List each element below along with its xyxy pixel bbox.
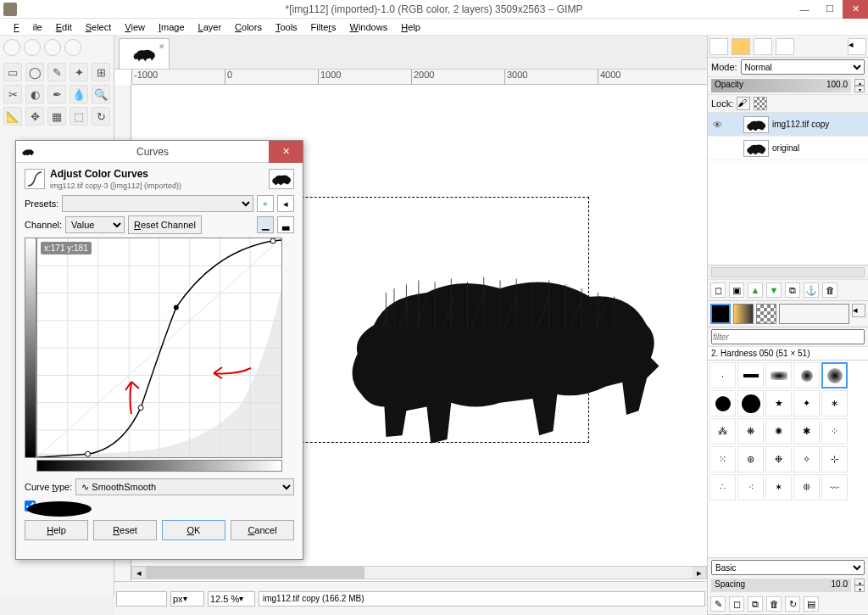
dialog-titlebar[interactable]: Curves ✕ bbox=[16, 141, 303, 163]
menu-image[interactable]: Image bbox=[152, 20, 192, 34]
tool-crop[interactable]: ⬚ bbox=[70, 107, 88, 126]
close-button[interactable]: ✕ bbox=[843, 0, 868, 19]
dialog-close-button[interactable]: ✕ bbox=[269, 141, 303, 163]
channel-dropdown[interactable]: Value bbox=[65, 216, 125, 233]
dialog-image-thumb[interactable] bbox=[269, 169, 294, 189]
tool-wand-select[interactable]: ⊞ bbox=[92, 63, 110, 81]
layer-row[interactable]: 👁 img112.tif copy bbox=[708, 113, 868, 137]
brush-cell[interactable]: ⊛ bbox=[737, 446, 764, 472]
layer-down-icon[interactable]: ▼ bbox=[766, 282, 782, 298]
brush-cell[interactable]: ⊹ bbox=[821, 446, 848, 472]
image-tab[interactable]: ✕ bbox=[119, 38, 170, 69]
tool-zoom[interactable]: 🔍 bbox=[92, 85, 110, 103]
layers-hscroll[interactable] bbox=[708, 266, 868, 280]
canvas-hscrollbar[interactable]: ◂ ▸ bbox=[131, 566, 707, 579]
spacing-slider[interactable]: Spacing 10.0 bbox=[711, 579, 851, 592]
scroll-right-icon[interactable]: ▸ bbox=[693, 567, 706, 579]
brush-cell[interactable]: ✱ bbox=[793, 418, 820, 444]
preset-menu-icon[interactable]: ◂ bbox=[277, 195, 294, 212]
tool-paths[interactable]: ✒ bbox=[47, 85, 66, 103]
brush-cell[interactable]: ✶ bbox=[765, 474, 792, 500]
reset-channel-button[interactable]: Reset Channel bbox=[128, 215, 202, 234]
brush-new-icon[interactable]: ◻ bbox=[729, 596, 744, 612]
brush-panel-menu-icon[interactable]: ◂ bbox=[852, 304, 865, 317]
duplicate-layer-icon[interactable]: ⧉ bbox=[785, 282, 800, 298]
panel-menu-icon[interactable]: ◂ bbox=[848, 38, 866, 55]
brush-open-icon[interactable]: ▤ bbox=[804, 596, 819, 612]
brush-cell[interactable]: ⁖ bbox=[737, 474, 764, 500]
brush-cell[interactable]: ∴ bbox=[709, 474, 736, 500]
brush-preview-icon[interactable] bbox=[710, 304, 731, 324]
pattern-preview-icon[interactable] bbox=[756, 304, 776, 324]
cancel-button[interactable]: Cancel bbox=[231, 520, 294, 540]
menu-file[interactable]: File bbox=[7, 20, 49, 34]
brush-cell[interactable] bbox=[821, 362, 848, 389]
layer-row[interactable]: original bbox=[708, 137, 868, 160]
opacity-step-down[interactable]: ▾ bbox=[854, 86, 865, 92]
layer-group-icon[interactable]: ▣ bbox=[729, 282, 744, 298]
brush-cell[interactable] bbox=[737, 390, 764, 417]
tool-color-picker[interactable]: 💧 bbox=[70, 85, 88, 103]
new-layer-icon[interactable]: ◻ bbox=[710, 282, 726, 298]
tool-rotate[interactable]: ↻ bbox=[92, 107, 110, 126]
anchor-layer-icon[interactable]: ⚓ bbox=[804, 282, 819, 298]
scroll-track[interactable] bbox=[146, 567, 693, 579]
brush-category-dropdown[interactable]: Basic bbox=[711, 560, 865, 575]
brush-cell[interactable]: ✺ bbox=[765, 418, 792, 444]
menu-tools[interactable]: Tools bbox=[269, 20, 304, 34]
brush-dup-icon[interactable]: ⧉ bbox=[748, 596, 763, 612]
brush-cell[interactable]: · bbox=[709, 362, 736, 389]
preview-checkbox[interactable] bbox=[25, 500, 36, 512]
menu-help[interactable]: Help bbox=[394, 20, 427, 34]
tab-channels-icon[interactable] bbox=[732, 38, 750, 55]
brush-grid[interactable]: · ★ ✦ ∗ ⁂ ❋ ✺ ✱ ⁘ ⁙ ⊛ ❉ ✧ ⊹ ∴ ⁖ ✶ ❊ 〰 bbox=[708, 361, 868, 557]
minimize-button[interactable]: — bbox=[792, 0, 817, 19]
opacity-slider[interactable]: Opacity 100.0 bbox=[711, 79, 851, 92]
brush-edit-icon[interactable]: ✎ bbox=[710, 596, 726, 612]
help-button[interactable]: Help bbox=[25, 520, 88, 540]
brush-del-icon[interactable]: 🗑 bbox=[766, 596, 782, 612]
lock-alpha-icon[interactable] bbox=[754, 97, 767, 110]
menu-colors[interactable]: Colors bbox=[228, 20, 269, 34]
brush-cell[interactable]: ❋ bbox=[737, 418, 764, 444]
tool-lasso[interactable]: ✎ bbox=[47, 63, 66, 81]
brush-cell[interactable]: ⁘ bbox=[821, 418, 848, 444]
brush-cell[interactable]: 〰 bbox=[821, 474, 848, 500]
tool-align[interactable]: ▦ bbox=[47, 107, 66, 126]
maximize-button[interactable]: ☐ bbox=[817, 0, 843, 19]
presets-dropdown[interactable] bbox=[62, 195, 253, 212]
brush-cell[interactable]: ❊ bbox=[793, 474, 820, 500]
menu-windows[interactable]: Windows bbox=[343, 20, 395, 34]
menu-view[interactable]: View bbox=[118, 20, 152, 34]
brush-cell[interactable]: ✦ bbox=[793, 390, 820, 417]
tool-foreground[interactable]: ◐ bbox=[25, 85, 44, 103]
curve-plot[interactable]: x:171 y:181 bbox=[36, 238, 282, 458]
tool-move[interactable]: ✥ bbox=[25, 107, 44, 126]
tab-undo-icon[interactable] bbox=[776, 38, 794, 55]
tool-fuzzy-select[interactable]: ✦ bbox=[70, 63, 88, 81]
brush-cell[interactable]: ✧ bbox=[793, 446, 820, 472]
layer-visibility-icon[interactable]: 👁 bbox=[709, 120, 725, 130]
spacing-step-down[interactable]: ▾ bbox=[854, 585, 865, 592]
brush-filter-input[interactable] bbox=[711, 329, 865, 344]
tool-rect-select[interactable]: ▭ bbox=[3, 63, 22, 81]
tab-layers-icon[interactable] bbox=[709, 38, 728, 55]
brush-cell[interactable]: ⁙ bbox=[709, 446, 736, 472]
brush-cell[interactable]: ❉ bbox=[765, 446, 792, 472]
layer-up-icon[interactable]: ▲ bbox=[748, 282, 763, 298]
menu-filters[interactable]: Filters bbox=[304, 20, 343, 34]
tab-close-icon[interactable]: ✕ bbox=[159, 42, 165, 51]
lock-pixels-icon[interactable]: 🖌 bbox=[737, 97, 750, 110]
menu-select[interactable]: Select bbox=[79, 20, 119, 34]
tab-paths-icon[interactable] bbox=[754, 38, 772, 55]
histogram-linear-icon[interactable]: ▁ bbox=[257, 216, 274, 233]
mode-dropdown[interactable]: Normal bbox=[741, 59, 865, 75]
scroll-left-icon[interactable]: ◂ bbox=[132, 567, 146, 579]
reset-button[interactable]: Reset bbox=[93, 520, 157, 540]
position-input[interactable] bbox=[116, 591, 167, 607]
menu-layer[interactable]: Layer bbox=[192, 20, 229, 34]
tool-scissors[interactable]: ✂ bbox=[3, 85, 22, 103]
histogram-log-icon[interactable]: ▃ bbox=[277, 216, 294, 233]
delete-layer-icon[interactable]: 🗑 bbox=[822, 282, 837, 298]
unit-dropdown[interactable]: px ▾ bbox=[170, 591, 204, 607]
